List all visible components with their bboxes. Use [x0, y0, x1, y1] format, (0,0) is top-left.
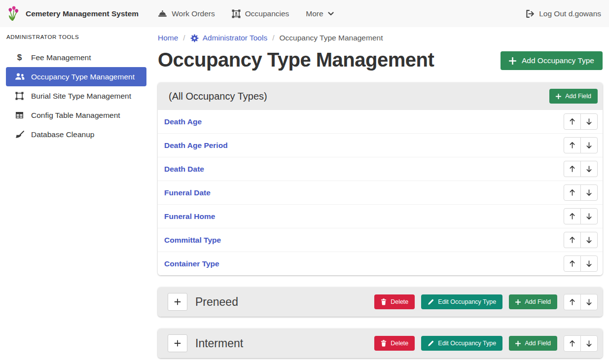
delete-label: Delete	[391, 298, 408, 305]
nav-item-label: Work Orders	[172, 9, 215, 18]
logout-label: Log Out d.gowans	[539, 9, 601, 18]
dollar-icon: $	[14, 53, 25, 63]
field-link-funeral-date[interactable]: Funeral Date	[164, 188, 211, 197]
reorder-controls	[564, 161, 598, 177]
field-link-container-type[interactable]: Container Type	[164, 259, 219, 268]
move-down-button[interactable]	[580, 335, 598, 352]
reorder-controls	[564, 294, 598, 310]
sidebar-item-label: Config Table Management	[31, 111, 120, 120]
breadcrumb-admin-tools-link[interactable]: Administrator Tools	[190, 34, 268, 42]
sidebar-item-occupancy-type-management[interactable]: Occupancy Type Management	[6, 67, 146, 86]
sidebar-heading: ADMINISTRATOR TOOLS	[6, 34, 146, 40]
reorder-controls	[564, 335, 598, 352]
move-up-button[interactable]	[564, 294, 581, 310]
reorder-controls	[564, 232, 598, 248]
delete-label: Delete	[391, 340, 408, 347]
move-down-button[interactable]	[580, 161, 598, 177]
delete-button[interactable]: Delete	[374, 294, 415, 309]
field-link-funeral-home[interactable]: Funeral Home	[164, 212, 215, 221]
plus-icon	[515, 299, 521, 305]
occupancy-frame-icon	[232, 9, 241, 18]
field-row: Death Age	[158, 110, 603, 133]
preneed-panel-header: Preneed Delete Edit Occupancy Type	[158, 287, 603, 317]
move-up-button[interactable]	[564, 208, 581, 224]
field-link-death-age[interactable]: Death Age	[164, 117, 202, 126]
add-field-label: Add Field	[565, 93, 591, 100]
sidebar-item-config-table-management[interactable]: Config Table Management	[6, 106, 146, 125]
occupancy-type-name: Preneed	[195, 295, 238, 309]
add-field-label: Add Field	[525, 298, 551, 305]
add-field-button[interactable]: Add Field	[509, 336, 557, 351]
pencil-icon	[428, 299, 434, 305]
edit-occupancy-type-label: Edit Occupancy Type	[438, 340, 496, 347]
expand-button[interactable]	[168, 334, 187, 352]
delete-button[interactable]: Delete	[374, 336, 415, 351]
plus-icon	[515, 341, 521, 346]
field-row: Funeral Date	[158, 181, 603, 204]
move-down-button[interactable]	[580, 232, 598, 248]
sidebar-item-burial-site-type-management[interactable]: Burial Site Type Management	[6, 86, 146, 106]
move-up-button[interactable]	[564, 113, 581, 130]
field-link-committal-type[interactable]: Committal Type	[164, 236, 221, 245]
hard-hat-icon	[158, 10, 167, 18]
breadcrumb-separator: /	[183, 34, 185, 42]
move-down-button[interactable]	[580, 137, 598, 153]
move-down-button[interactable]	[580, 294, 598, 310]
table-icon	[14, 111, 25, 119]
move-up-button[interactable]	[564, 335, 581, 352]
nav-item-more[interactable]: More	[297, 9, 342, 18]
field-row: Death Age Period	[158, 133, 603, 157]
type-actions: Delete Edit Occupancy Type Add Field	[374, 335, 598, 352]
nav-item-work-orders[interactable]: Work Orders	[149, 9, 223, 18]
sidebar-item-label: Burial Site Type Management	[31, 92, 131, 101]
field-row: Committal Type	[158, 228, 603, 252]
breadcrumb-admin-tools-label: Administrator Tools	[203, 34, 268, 42]
nav-item-label: More	[306, 9, 323, 18]
move-up-button[interactable]	[564, 184, 581, 201]
add-field-button[interactable]: Add Field	[509, 294, 557, 309]
expand-button[interactable]	[168, 293, 187, 311]
move-down-button[interactable]	[580, 184, 598, 201]
field-link-death-date[interactable]: Death Date	[164, 165, 204, 174]
add-field-label: Add Field	[525, 340, 551, 347]
nav-item-occupancies[interactable]: Occupancies	[223, 9, 298, 18]
occupancy-type-panel-interment: Interment Delete Edit Occupancy Type	[158, 328, 603, 358]
sidebar-item-label: Database Cleanup	[31, 130, 94, 139]
all-types-panel-header: (All Occupancy Types) Add Field	[158, 82, 603, 110]
move-up-button[interactable]	[564, 137, 581, 153]
move-down-button[interactable]	[580, 255, 598, 272]
move-down-button[interactable]	[580, 113, 598, 130]
field-link-death-age-period[interactable]: Death Age Period	[164, 141, 228, 150]
all-occupancy-types-panel: (All Occupancy Types) Add Field Death Ag…	[158, 82, 603, 275]
reorder-controls	[564, 208, 598, 224]
move-up-button[interactable]	[564, 161, 581, 177]
occupancy-type-panel-preneed: Preneed Delete Edit Occupancy Type	[158, 287, 603, 317]
sidebar-item-label: Fee Management	[31, 53, 91, 62]
add-occupancy-type-button[interactable]: Add Occupancy Type	[501, 51, 603, 70]
logout-button[interactable]: Log Out d.gowans	[526, 9, 601, 18]
chevron-down-icon	[328, 12, 334, 16]
app-brand[interactable]: Cemetery Management System	[7, 5, 139, 22]
pencil-icon	[428, 340, 434, 347]
field-row: Funeral Home	[158, 204, 603, 228]
main-content: Home / Administrator Tool	[153, 27, 609, 364]
edit-occupancy-type-button[interactable]: Edit Occupancy Type	[421, 294, 502, 309]
move-up-button[interactable]	[564, 255, 581, 272]
breadcrumb: Home / Administrator Tool	[158, 34, 603, 42]
nav-item-label: Occupancies	[245, 9, 289, 18]
sidebar-item-fee-management[interactable]: $ Fee Management	[6, 48, 146, 67]
move-up-button[interactable]	[564, 232, 581, 248]
trash-icon	[381, 340, 387, 347]
sidebar-item-label: Occupancy Type Management	[31, 73, 135, 81]
sidebar-item-database-cleanup[interactable]: Database Cleanup	[6, 125, 146, 144]
breadcrumb-separator: /	[272, 34, 274, 42]
interment-panel-header: Interment Delete Edit Occupancy Type	[158, 328, 603, 358]
move-down-button[interactable]	[580, 208, 598, 224]
gear-icon	[190, 34, 199, 42]
reorder-controls	[564, 184, 598, 201]
edit-occupancy-type-button[interactable]: Edit Occupancy Type	[421, 336, 502, 351]
add-field-button[interactable]: Add Field	[549, 89, 598, 104]
broom-icon	[14, 131, 25, 139]
breadcrumb-home-link[interactable]: Home	[158, 34, 178, 42]
edit-occupancy-type-label: Edit Occupancy Type	[438, 298, 496, 305]
